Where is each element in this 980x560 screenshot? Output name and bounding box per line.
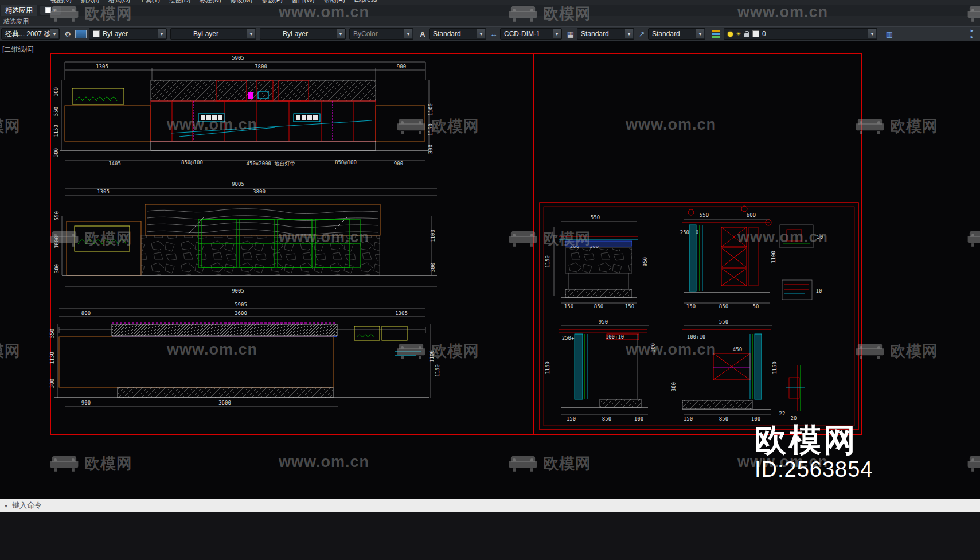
dim-label: 600 [747,212,756,218]
dim-label: 1305 [96,64,108,69]
menu-item[interactable]: 参数(P) [261,0,283,5]
chevron-down-icon: ▾ [553,29,561,38]
dim-label: 50 [817,234,823,240]
workspace-value: 经典... 2007 移植 [5,29,57,39]
dim-label: 150 [684,416,693,422]
ribbon-panel-row: 精选应用 [0,16,980,26]
linetype-value: ByLayer [193,30,218,38]
menu-bar: 视图(V)插入(I)格式(O)工具(T)绘图(D)标注(N)修改(M)参数(P)… [0,0,980,5]
layers-stack-icon [712,30,720,38]
layer-value: 0 [762,30,766,38]
callout-bubble [741,206,747,212]
dim-label: 300 [428,145,434,154]
model-id: ID:2563854 [755,457,873,482]
dim-label: 150 [564,304,573,309]
command-input[interactable]: 键入命令 [12,500,42,511]
menu-item[interactable]: 格式(O) [108,0,130,5]
elevation-top: 5905 1305 7800 900 100 550 1150 300 1100… [53,55,434,166]
properties-toolbar: 经典... 2007 移植 ▾ ⚙ ByLayer ▾ ByLayer ▾ By… [0,26,980,41]
table-style-icon[interactable]: ▦ [565,29,576,39]
menu-item[interactable]: Express [354,0,377,5]
dim-label: 1405 [108,161,121,166]
dim-label: 850 [594,304,603,309]
dim-label: 20 [791,415,797,421]
viewport-label[interactable]: [二维线框] [2,45,34,55]
dim-label: 550 [49,329,55,338]
layer-states-icon[interactable]: ▥ [883,29,896,39]
detail-d3: 50 10 [780,225,823,300]
picture-icon [75,30,87,38]
site-logo: 欧模网 ID:2563854 [755,423,873,482]
dim-label: 1100 [428,103,434,116]
lineweight-combo[interactable]: ByLayer ▾ [260,28,346,40]
dim-label: 850 [719,304,728,309]
tab-featured-apps[interactable]: 精选应用 [1,5,37,16]
linetype-combo[interactable]: ByLayer ▾ [170,28,256,40]
table-style-combo[interactable]: Standard ▾ [577,28,634,40]
dim-label: 300 [49,379,55,388]
dim-label: 550 [591,215,600,220]
dim-label: 100 [650,343,656,352]
site-brand: 欧模网 [755,423,873,457]
dim-label: 950 [642,257,648,266]
dim-label: 900 [397,64,406,69]
dim-label: 9005 [232,181,244,187]
menu-item[interactable]: 修改(M) [231,0,253,5]
table-style-value: Standard [581,30,609,38]
multileader-style-combo[interactable]: Standard ▾ [648,28,705,40]
menu-item[interactable]: 视图(V) [50,0,72,5]
lineweight-glyph [264,34,280,34]
dim-label: 1100 [771,251,776,263]
lock-icon [744,33,749,37]
dim-label: 850@100 [335,160,357,165]
chevron-down-icon: ▾ [696,29,704,38]
chevron-down-icon: ▾ [625,29,633,38]
dim-label: 1000 [54,236,60,248]
layer-combo[interactable]: ☀ 0 ▾ [724,28,877,40]
command-bar[interactable]: ▾ 键入命令 [0,499,980,512]
chevron-down-icon: ▾ [53,7,56,13]
dim-style-combo[interactable]: CCD-DIM-1 ▾ [500,28,562,40]
menu-item[interactable]: 绘图(D) [169,0,190,5]
dim-label: 550 [53,107,59,116]
dim-label: 100 [53,87,59,96]
detail-d1: 550 1150 950 200 100 150 850 150 [545,215,648,309]
command-caret-icon[interactable]: ▾ [5,503,7,509]
menu-item[interactable]: 工具(T) [139,0,160,5]
menu-item[interactable]: 窗口(W) [292,0,315,5]
menu-item[interactable]: 插入(I) [81,0,99,5]
dim-label: 150 [625,304,634,309]
dim-label: 300 [671,382,677,391]
toolbar-overflow-up-icon[interactable]: ▸ [967,28,977,33]
workspace-combo[interactable]: 经典... 2007 移植 ▾ [1,28,60,40]
dim-label: 1150 [545,255,550,268]
dim-label: 100 [634,416,643,422]
toolbar-overflow-down-icon[interactable]: ▸ [967,34,977,40]
menu-item[interactable]: 帮助(H) [323,0,345,5]
callout-bubble [688,209,694,215]
dim-label: 850 [719,416,728,422]
dim-label: 850@100 [181,160,203,165]
lightbulb-icon [728,32,733,37]
workspace-settings-icon[interactable] [75,29,87,39]
dim-label: 300 [54,264,60,273]
dim-label: 1100 [430,230,436,242]
menu-item[interactable]: 标注(N) [200,0,221,5]
multileader-style-icon[interactable]: ↗ [637,29,647,39]
dim-label: 1150 [53,125,59,137]
dim-label: 5905 [235,302,247,308]
text-style-combo[interactable]: Standard ▾ [429,28,486,40]
fixture-cluster [198,114,320,122]
layers-icon[interactable] [710,29,721,39]
detail-d4: 950 250+10 100+10 1150 100 150 850 100 [545,319,656,422]
dim-label: 300 [430,263,436,272]
color-combo[interactable]: ByLayer ▾ [89,28,167,40]
dim-label: 1150 [545,361,550,374]
dim-style-icon[interactable]: ↔ [489,29,499,39]
dim-label: 1305 [97,189,110,195]
new-drawing-icon [45,7,51,13]
color-value: ByLayer [103,30,128,38]
gear-icon[interactable]: ⚙ [62,29,73,39]
file-tab-button[interactable]: ▾ [40,6,61,15]
text-style-icon[interactable]: A [417,29,428,39]
